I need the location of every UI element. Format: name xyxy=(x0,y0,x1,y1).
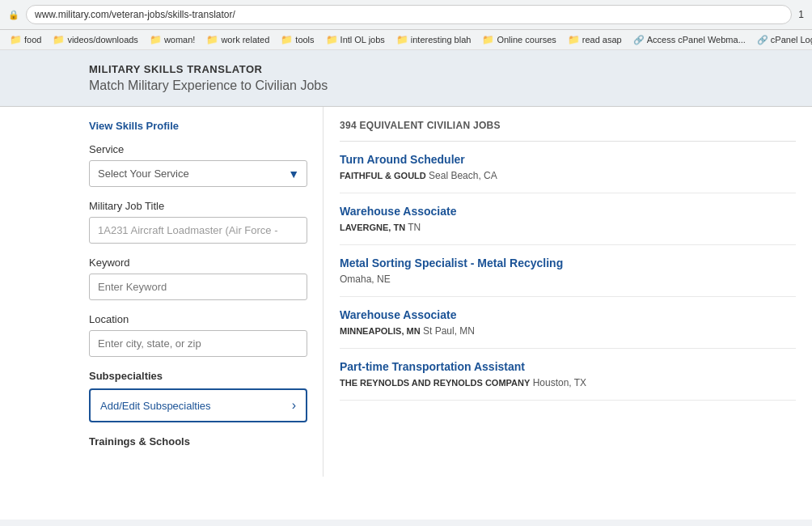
company-name: THE REYNOLDS AND REYNOLDS COMPANY xyxy=(340,378,530,388)
location-label: Location xyxy=(89,313,307,325)
bookmark-label: tools xyxy=(295,35,314,45)
bookmark-intl[interactable]: 📁 Intl OL jobs xyxy=(321,32,390,47)
left-panel: View Skills Profile Service Select Your … xyxy=(0,107,324,477)
bookmark-food[interactable]: 📁 food xyxy=(5,32,46,47)
keyword-section: Keyword xyxy=(89,257,307,300)
job-company: FAITHFUL & GOULD Seal Beach, CA xyxy=(340,170,796,181)
folder-icon: 📁 xyxy=(206,34,218,45)
location-detail: TN xyxy=(408,222,421,233)
service-label: Service xyxy=(89,143,307,155)
bookmark-work[interactable]: 📁 work related xyxy=(201,32,274,47)
jobs-count: 394 EQUIVALENT CIVILIAN JOBS xyxy=(340,120,796,142)
bookmark-label: cPanel Login-... xyxy=(771,35,812,45)
bookmark-label: Intl OL jobs xyxy=(340,35,385,45)
folder-icon: 📁 xyxy=(396,34,408,45)
bookmark-label: woman! xyxy=(164,35,196,45)
bookmark-label: interesting blah xyxy=(411,35,472,45)
folder-icon: 📁 xyxy=(281,34,293,45)
job-item: Turn Around Scheduler FAITHFUL & GOULD S… xyxy=(340,142,796,193)
job-title[interactable]: Metal Sorting Specialist - Metal Recycli… xyxy=(340,257,796,269)
folder-icon: 📁 xyxy=(482,34,494,45)
bookmark-label: videos/downloads xyxy=(67,35,137,45)
trainings-label: Trainings & Schools xyxy=(89,435,307,448)
job-location: LAVERGNE, TN TN xyxy=(340,222,796,233)
main-layout: View Skills Profile Service Select Your … xyxy=(0,107,812,477)
location-section: Location xyxy=(89,313,307,357)
job-title[interactable]: Warehouse Associate xyxy=(340,205,796,218)
link-icon: 🔗 xyxy=(757,35,768,45)
bookmark-cpanel2[interactable]: 🔗 cPanel Login-... xyxy=(752,33,812,47)
job-location: MINNEAPOLIS, MN St Paul, MN xyxy=(340,325,796,337)
bookmarks-bar: 📁 food 📁 videos/downloads 📁 woman! 📁 wor… xyxy=(0,30,812,50)
job-location: Omaha, NE xyxy=(340,274,796,285)
company-location: Seal Beach, CA xyxy=(429,170,497,181)
lock-icon: 🔒 xyxy=(8,10,19,20)
job-item: Warehouse Associate MINNEAPOLIS, MN St P… xyxy=(340,297,796,349)
company-location: Houston, TX xyxy=(533,377,586,388)
page-subtitle: Match Military Experience to Civilian Jo… xyxy=(89,78,723,93)
service-select-wrapper: Select Your Service Army Navy Marines Ai… xyxy=(89,160,307,187)
subspecialties-label: Subspecialties xyxy=(89,370,307,382)
company-name: FAITHFUL & GOULD xyxy=(340,171,426,180)
tab-number: 1 xyxy=(798,9,804,20)
right-panel: 394 EQUIVALENT CIVILIAN JOBS Turn Around… xyxy=(324,107,812,477)
link-icon: 🔗 xyxy=(633,35,645,45)
subspecialties-btn-label: Add/Edit Subspecialties xyxy=(100,400,211,412)
bookmark-tools[interactable]: 📁 tools xyxy=(276,32,319,47)
location-name: MINNEAPOLIS, MN xyxy=(340,326,421,336)
service-select[interactable]: Select Your Service Army Navy Marines Ai… xyxy=(89,160,307,187)
job-title[interactable]: Turn Around Scheduler xyxy=(340,153,796,166)
keyword-label: Keyword xyxy=(89,257,307,269)
subspecialties-button[interactable]: Add/Edit Subspecialties › xyxy=(89,388,307,422)
bookmark-read[interactable]: 📁 read asap xyxy=(563,32,627,47)
chevron-right-icon: › xyxy=(292,398,296,413)
bookmark-cpanel1[interactable]: 🔗 Access cPanel Webma... xyxy=(628,33,751,47)
subspecialties-section: Subspecialties Add/Edit Subspecialties › xyxy=(89,370,307,422)
location-input[interactable] xyxy=(89,330,307,357)
bookmark-label: Online courses xyxy=(497,35,556,45)
location-name: LAVERGNE, TN xyxy=(340,223,405,232)
job-title[interactable]: Part-time Transportation Assistant xyxy=(340,360,796,373)
bookmark-interesting[interactable]: 📁 interesting blah xyxy=(391,32,476,47)
folder-icon: 📁 xyxy=(326,34,338,45)
location-city: Omaha, NE xyxy=(340,274,391,285)
folder-icon: 📁 xyxy=(150,34,162,45)
military-job-label: Military Job Title xyxy=(89,200,307,212)
folder-icon: 📁 xyxy=(10,34,22,45)
keyword-input[interactable] xyxy=(89,274,307,300)
folder-icon: 📁 xyxy=(53,34,65,45)
service-section: Service Select Your Service Army Navy Ma… xyxy=(89,143,307,187)
bookmark-woman[interactable]: 📁 woman! xyxy=(145,32,201,47)
page-header: MILITARY SKILLS TRANSLATOR Match Militar… xyxy=(0,50,812,107)
location-detail: St Paul, MN xyxy=(423,325,475,337)
bookmark-label: food xyxy=(24,35,41,45)
bookmark-label: read asap xyxy=(582,35,622,45)
job-item: Warehouse Associate LAVERGNE, TN TN xyxy=(340,193,796,245)
browser-url-bar[interactable]: www.military.com/veteran-jobs/skills-tra… xyxy=(26,5,792,24)
folder-icon: 📁 xyxy=(568,34,580,45)
military-job-input[interactable] xyxy=(89,217,307,244)
url-text: www.military.com/veteran-jobs/skills-tra… xyxy=(35,9,235,20)
page-title: MILITARY SKILLS TRANSLATOR xyxy=(89,63,723,75)
browser-bar: 🔒 www.military.com/veteran-jobs/skills-t… xyxy=(0,0,812,30)
bookmark-online[interactable]: 📁 Online courses xyxy=(477,32,560,47)
bookmark-label: Access cPanel Webma... xyxy=(647,35,746,45)
job-item: Part-time Transportation Assistant THE R… xyxy=(340,349,796,401)
job-company: THE REYNOLDS AND REYNOLDS COMPANY Housto… xyxy=(340,377,796,388)
page-content: MILITARY SKILLS TRANSLATOR Match Militar… xyxy=(0,50,812,520)
military-job-section: Military Job Title xyxy=(89,200,307,244)
job-title[interactable]: Warehouse Associate xyxy=(340,308,796,321)
view-skills-link[interactable]: View Skills Profile xyxy=(89,120,307,132)
bookmark-videos[interactable]: 📁 videos/downloads xyxy=(48,32,142,47)
trainings-section: Trainings & Schools xyxy=(89,435,307,448)
job-item: Metal Sorting Specialist - Metal Recycli… xyxy=(340,245,796,297)
bookmark-label: work related xyxy=(221,35,269,45)
